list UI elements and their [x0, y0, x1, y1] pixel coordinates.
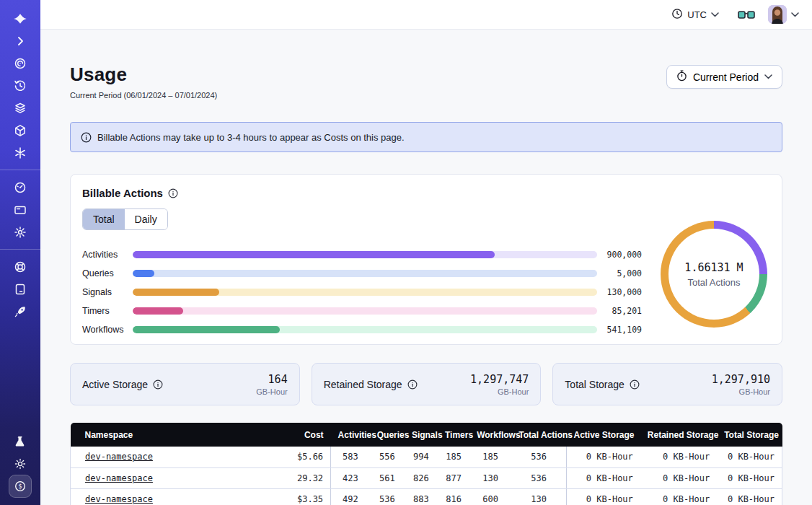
column-header-total-storage: Total Storage [717, 423, 782, 447]
cell-retained-storage: 0 KB-Hour [640, 467, 717, 488]
billable-actions-card: Billable Actions Total Daily Activities9… [70, 174, 782, 345]
info-icon [81, 132, 92, 143]
workflows-icon[interactable] [9, 119, 32, 141]
bar-track [133, 326, 597, 333]
info-icon[interactable] [153, 379, 163, 390]
cell-retained-storage: 0 KB-Hour [640, 488, 717, 505]
cell-signals: 883 [405, 488, 438, 505]
cell-workflows: 185 [469, 447, 511, 467]
info-banner: Billable Actions may take up to 3-4 hour… [70, 122, 782, 152]
theme-icon[interactable] [9, 452, 32, 475]
bar-track [133, 270, 597, 277]
cell-cost: $5.66 [258, 447, 330, 467]
cost-icon[interactable]: $ [9, 475, 32, 498]
cell-activities: 583 [331, 447, 370, 467]
cell-total-storage: 0 KB-Hour [717, 488, 782, 505]
docs-icon[interactable] [9, 278, 32, 300]
billable-view-tabs: Total Daily [82, 208, 168, 230]
total-storage-unit: GB-Hour [712, 387, 770, 396]
cell-activities: 492 [331, 488, 370, 505]
column-header-retained-storage: Retained Storage [640, 423, 717, 447]
info-icon[interactable] [168, 188, 178, 198]
timezone-label: UTC [687, 9, 707, 20]
period-selector-label: Current Period [693, 71, 759, 83]
bar-row: Signals130,000 [82, 283, 642, 302]
cell-active-storage: 0 KB-Hour [567, 467, 640, 488]
info-icon[interactable] [407, 379, 418, 390]
tab-daily[interactable]: Daily [125, 209, 167, 229]
tab-total[interactable]: Total [83, 209, 125, 229]
active-storage-label: Active Storage [82, 379, 148, 390]
info-icon[interactable] [630, 379, 640, 390]
period-selector-button[interactable]: Current Period [666, 65, 782, 89]
nexus-icon[interactable] [9, 141, 32, 164]
bar-value-label: 5,000 [597, 268, 642, 278]
table-row: dev-namespace$3.354925368838166001300 KB… [71, 488, 782, 505]
bar-fill [133, 289, 219, 296]
active-storage-unit: GB-Hour [256, 387, 287, 396]
active-storage-value: 164 [256, 373, 287, 386]
cell-timers: 816 [438, 488, 469, 505]
deployments-icon[interactable] [9, 97, 32, 119]
column-header-workflows: Workflows [469, 423, 511, 447]
retained-storage-value: 1,297,747 [470, 373, 529, 386]
usage-icon[interactable] [9, 176, 32, 198]
expand-chevron-icon[interactable] [9, 30, 32, 52]
donut-total-value: 1.66131 M [684, 261, 743, 274]
cell-total-actions: 130 [511, 488, 566, 505]
table-row: dev-namespace29.324235618268771305360 KB… [71, 467, 782, 488]
topbar: UTC [40, 0, 812, 30]
chevron-down-icon [711, 12, 719, 17]
schedules-icon[interactable] [9, 74, 32, 97]
svg-text:$: $ [18, 483, 22, 490]
cell-active-storage: 0 KB-Hour [567, 447, 640, 467]
cell-queries: 536 [370, 488, 405, 505]
table-header-row: NamespaceCostActivitiesQueriesSignalsTim… [71, 423, 782, 447]
getting-started-icon[interactable] [9, 300, 32, 322]
chevron-down-icon [791, 12, 799, 17]
bar-row: Activities900,000 [82, 245, 642, 264]
glasses-icon[interactable] [738, 9, 755, 20]
column-header-total-actions: Total Actions [511, 423, 566, 447]
stopwatch-icon [676, 70, 687, 84]
bar-track [133, 289, 597, 296]
sidebar-divider [0, 249, 40, 250]
timezone-selector[interactable]: UTC [671, 8, 719, 22]
settings-icon[interactable] [9, 221, 32, 243]
bar-category-label: Signals [82, 287, 133, 297]
cell-namespace: dev-namespace [71, 488, 259, 505]
bar-value-label: 541,109 [597, 325, 642, 335]
sidebar: $ [0, 0, 40, 505]
cell-total-actions: 536 [511, 467, 566, 488]
retained-storage-label: Retained Storage [324, 379, 402, 390]
billing-icon[interactable] [9, 198, 32, 221]
namespace-link[interactable]: dev-namespace [85, 494, 153, 504]
bar-category-label: Timers [82, 306, 133, 316]
billable-actions-title: Billable Actions [82, 187, 163, 199]
namespace-link[interactable]: dev-namespace [85, 473, 153, 483]
namespaces-icon[interactable] [9, 52, 32, 74]
column-header-signals: Signals [405, 423, 438, 447]
account-menu[interactable] [768, 5, 799, 24]
bar-track [133, 251, 597, 258]
column-header-activities: Activities [331, 423, 370, 447]
bar-fill [133, 270, 154, 277]
labs-icon[interactable] [9, 430, 32, 452]
cell-queries: 556 [370, 447, 405, 467]
support-icon[interactable] [9, 255, 32, 278]
cell-retained-storage: 0 KB-Hour [640, 447, 717, 467]
cell-activities: 423 [331, 467, 370, 488]
chevron-down-icon [764, 74, 772, 79]
donut-total-label: Total Actions [688, 277, 741, 288]
cell-total-actions: 536 [511, 447, 566, 467]
total-storage-label: Total Storage [565, 379, 625, 390]
namespace-link[interactable]: dev-namespace [85, 452, 153, 462]
cell-active-storage: 0 KB-Hour [567, 488, 640, 505]
sidebar-divider [0, 170, 40, 170]
cell-workflows: 600 [469, 488, 511, 505]
column-header-active-storage: Active Storage [567, 423, 640, 447]
total-storage-value: 1,297,910 [712, 373, 770, 386]
cell-total-storage: 0 KB-Hour [717, 447, 782, 467]
temporal-logo[interactable] [9, 7, 32, 30]
bar-row: Workflows541,109 [82, 320, 642, 339]
